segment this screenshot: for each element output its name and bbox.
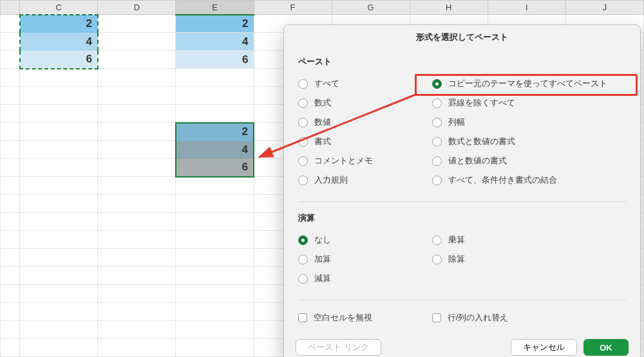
- radio-label: 値と数値の書式: [448, 152, 507, 169]
- cell[interactable]: 6: [176, 159, 254, 177]
- col-header[interactable]: E: [176, 1, 254, 15]
- radio-icon: [432, 176, 442, 185]
- col-header[interactable]: D: [98, 1, 176, 15]
- radio-icon: [298, 137, 308, 147]
- radio-label: なし: [314, 232, 331, 248]
- radio-icon: [432, 137, 442, 147]
- radio-label: 入力規則: [314, 172, 348, 188]
- radio-icon: [432, 98, 442, 108]
- paste-section-heading: ペースト: [298, 56, 626, 68]
- radio-icon: [298, 156, 308, 166]
- radio-label: 数式: [314, 95, 331, 111]
- operation-radio-add[interactable]: 加算: [298, 251, 432, 268]
- radio-icon: [432, 235, 442, 245]
- radio-icon: [298, 235, 308, 245]
- radio-label: すべて: [314, 75, 339, 92]
- cell[interactable]: 2: [176, 15, 254, 33]
- paste-radio-colwidth[interactable]: 列幅: [432, 114, 626, 131]
- paste-radio-formnum[interactable]: 数式と数値の書式: [432, 133, 626, 150]
- radio-label: すべて、条件付き書式の結合: [448, 172, 557, 188]
- radio-label: 数値: [314, 114, 331, 131]
- radio-icon: [298, 176, 308, 185]
- cell[interactable]: 2: [176, 123, 254, 141]
- checkbox-icon: [432, 313, 441, 322]
- paste-special-dialog: 形式を選択してペースト ペースト すべて数式数値書式コメントとメモ入力規則 コピ…: [283, 24, 641, 357]
- ok-button[interactable]: OK: [583, 339, 629, 356]
- radio-label: 書式: [314, 133, 331, 150]
- col-header[interactable]: H: [410, 1, 488, 15]
- paste-radio-validation[interactable]: 入力規則: [298, 172, 432, 188]
- column-header-row: C D E F G H I J: [1, 1, 644, 15]
- radio-label: 列幅: [448, 114, 465, 131]
- radio-label: コメントとメモ: [314, 152, 373, 169]
- col-header[interactable]: I: [488, 1, 565, 15]
- radio-icon: [432, 156, 442, 166]
- radio-icon: [298, 118, 308, 127]
- operation-section-heading: 演算: [298, 212, 626, 224]
- col-header[interactable]: C: [20, 1, 98, 15]
- paste-radio-all[interactable]: すべて: [298, 75, 432, 92]
- transpose-checkbox[interactable]: 行/列の入れ替え: [432, 309, 626, 326]
- checkbox-icon: [298, 313, 307, 322]
- paste-link-button: ペースト リンク: [296, 339, 381, 356]
- paste-radio-formats[interactable]: 書式: [298, 133, 432, 150]
- radio-label: 罫線を除くすべて: [448, 95, 515, 111]
- paste-radio-formulas[interactable]: 数式: [298, 95, 432, 111]
- radio-icon: [298, 98, 308, 108]
- skip-blanks-checkbox[interactable]: 空白セルを無視: [298, 309, 432, 326]
- radio-label: 除算: [448, 251, 465, 268]
- radio-label: 減算: [314, 270, 331, 287]
- radio-icon: [298, 274, 308, 284]
- radio-label: 加算: [314, 251, 331, 268]
- radio-label: 数式と数値の書式: [448, 133, 515, 150]
- radio-icon: [298, 79, 308, 89]
- cell[interactable]: 4: [176, 33, 254, 51]
- radio-icon: [298, 255, 308, 264]
- checkbox-label: 行/列の入れ替え: [448, 309, 509, 326]
- operation-radio-mul[interactable]: 乗算: [432, 232, 626, 248]
- checkbox-label: 空白セルを無視: [314, 309, 372, 326]
- col-header[interactable]: F: [254, 1, 332, 15]
- cell[interactable]: 4: [176, 141, 254, 159]
- radio-label: 乗算: [448, 232, 465, 248]
- cell[interactable]: 4: [20, 33, 98, 51]
- cell[interactable]: 2: [20, 15, 98, 33]
- radio-label: コピー元のテーマを使ってすべてペースト: [448, 75, 607, 92]
- radio-icon: [432, 118, 442, 127]
- paste-radio-noborder[interactable]: 罫線を除くすべて: [432, 95, 626, 111]
- paste-radio-valnum[interactable]: 値と数値の書式: [432, 152, 626, 169]
- operation-radio-div[interactable]: 除算: [432, 251, 626, 268]
- dialog-title: 形式を選択してペースト: [284, 32, 640, 43]
- paste-radio-comments[interactable]: コメントとメモ: [298, 152, 432, 169]
- cancel-button[interactable]: キャンセル: [511, 339, 577, 356]
- col-header[interactable]: G: [332, 1, 410, 15]
- paste-radio-values[interactable]: 数値: [298, 114, 432, 131]
- cell[interactable]: 6: [176, 51, 254, 69]
- radio-icon: [432, 255, 442, 264]
- operation-radio-none[interactable]: なし: [298, 232, 432, 248]
- paste-radio-condfmt[interactable]: すべて、条件付き書式の結合: [432, 172, 626, 188]
- col-header[interactable]: J: [565, 1, 643, 15]
- paste-radio-theme[interactable]: コピー元のテーマを使ってすべてペースト: [432, 75, 626, 92]
- cell[interactable]: 6: [20, 51, 98, 69]
- operation-radio-sub[interactable]: 減算: [298, 270, 432, 287]
- radio-icon: [432, 79, 442, 89]
